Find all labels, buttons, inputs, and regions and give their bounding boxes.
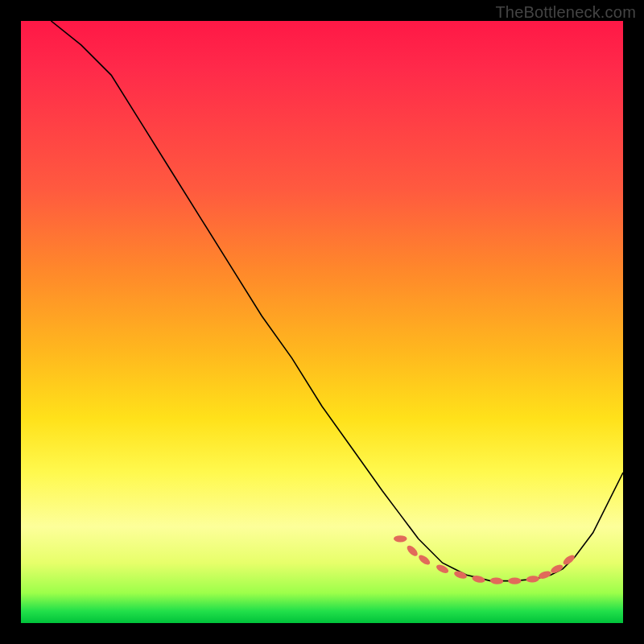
marker-dot: [394, 535, 407, 542]
marker-group: [394, 535, 576, 584]
curve-svg: [21, 21, 623, 623]
plot-area: [21, 21, 623, 623]
marker-dot: [489, 577, 503, 585]
marker-dot: [550, 563, 564, 575]
marker-dot: [472, 575, 486, 584]
marker-dot: [405, 544, 419, 558]
marker-dot: [508, 578, 521, 584]
marker-dot: [538, 570, 552, 580]
marker-dot: [526, 575, 539, 583]
marker-dot: [417, 553, 431, 566]
marker-dot: [562, 553, 576, 566]
watermark-text: TheBottleneck.com: [495, 3, 636, 22]
bottleneck-curve: [51, 21, 623, 581]
chart-frame: TheBottleneck.com: [0, 0, 644, 644]
